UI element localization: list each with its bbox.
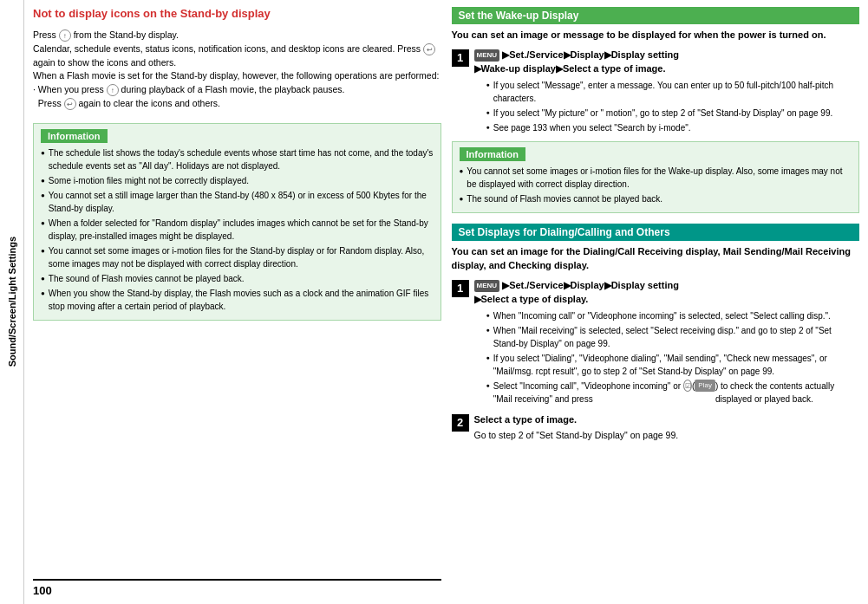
list-item: The sound of Flash movies cannot be play…	[460, 192, 852, 205]
step-dialing-2-subtext: Go to step 2 of "Set Stand-by Display" o…	[474, 429, 860, 443]
step-number-1: 1	[452, 49, 469, 67]
list-item: You cannot set some images or i-motion f…	[41, 244, 434, 270]
list-item: You cannot set a still image larger than…	[41, 189, 434, 215]
wakeup-path: Wake-up display	[481, 63, 556, 74]
list-item: When a folder selected for "Random displ…	[41, 217, 434, 243]
right-column: Set the Wake-up Display You can set an i…	[452, 7, 860, 597]
section-wakeup-intro: You can set an image or message to be di…	[452, 28, 860, 42]
step-number-d2: 2	[452, 414, 469, 432]
sidebar: Sound/Screen/Light Settings	[0, 0, 24, 604]
step-dialing-2: 2 Select a type of image. Go to step 2 o…	[452, 412, 860, 446]
display-setting-label: Display	[571, 49, 604, 60]
press-icon-1: ↑	[59, 29, 71, 42]
left-section-title: Not to display icons on the Stand-by dis…	[33, 7, 441, 20]
play-badge: Play	[695, 380, 715, 392]
section-dialing-intro: You can set an image for the Dialing/Cal…	[452, 244, 860, 273]
dialing-display-setting: Display setting	[611, 280, 679, 290]
press-icon-4: ↩	[64, 98, 76, 110]
right-info-box-1: Information You cannot set some images o…	[452, 141, 860, 213]
step-wakeup-1-content: MENU ▶Set./Service▶Display▶Display setti…	[474, 48, 860, 136]
list-item: Some i-motion files might not be correct…	[41, 174, 434, 187]
list-item: When "Incoming call" or "Videophone inco…	[474, 309, 860, 322]
list-item: If you select "Message", enter a message…	[474, 79, 860, 105]
list-item: If you select "Dialing", "Videophone dia…	[474, 352, 860, 378]
step-dialing-1-instruction: MENU ▶Set./Service▶Display▶Display setti…	[474, 278, 860, 307]
list-item: If you select "My picture" or " motion",…	[474, 107, 860, 120]
list-item: When you show the Stand-by display, the …	[41, 287, 434, 313]
display-setting-link: Display setting	[611, 49, 679, 60]
list-item: See page 193 when you select "Search by …	[474, 121, 860, 134]
left-info-header: Information	[41, 129, 108, 143]
right-info-content-1: You cannot set some images or i-motion f…	[460, 165, 852, 205]
check-icon: ☑	[683, 380, 692, 392]
step-path-part: Set./Service	[509, 49, 563, 60]
left-intro-text: Press ↑ from the Stand-by display. Calen…	[33, 29, 441, 111]
section-wakeup-title: Set the Wake-up Display	[452, 7, 860, 24]
section-wakeup: Set the Wake-up Display You can set an i…	[452, 7, 860, 217]
section-dialing: Set Displays for Dialing/Calling and Oth…	[452, 224, 860, 451]
step-dialing-2-content: Select a type of image. Go to step 2 of …	[474, 412, 860, 446]
left-info-content: The schedule list shows the today's sche…	[41, 146, 434, 313]
step-dialing-2-instruction: Select a type of image.	[474, 412, 860, 427]
sidebar-label: Sound/Screen/Light Settings	[7, 237, 17, 367]
step-dialing-1: 1 MENU ▶Set./Service▶Display▶Display set…	[452, 278, 860, 407]
dialing-set-service: Set./Service	[509, 280, 563, 290]
step-number-d1: 1	[452, 280, 469, 297]
menu-icon-2: MENU	[474, 280, 500, 292]
dialing-display: Display	[571, 280, 604, 290]
step-wakeup-1-instruction: MENU ▶Set./Service▶Display▶Display setti…	[474, 48, 860, 76]
dialing-select-type: Select a type of display.	[481, 294, 589, 304]
step-wakeup-1: 1 MENU ▶Set./Service▶Display▶Display set…	[452, 48, 860, 136]
page-number: 100	[33, 579, 441, 597]
press-icon-2: ↩	[423, 43, 435, 55]
list-item: The schedule list shows the today's sche…	[41, 146, 434, 172]
left-column: Not to display icons on the Stand-by dis…	[33, 7, 441, 597]
list-item: The sound of Flash movies cannot be play…	[41, 272, 434, 285]
list-item: You cannot set some images or i-motion f…	[460, 165, 852, 191]
press-icon-3: ↑	[107, 84, 119, 96]
right-info-header-1: Information	[460, 147, 526, 161]
list-item: Select "Incoming call", "Videophone inco…	[474, 380, 860, 406]
select-type-label: Select a type of image.	[563, 63, 666, 74]
section-dialing-title: Set Displays for Dialing/Calling and Oth…	[452, 224, 860, 241]
menu-icon-1: MENU	[474, 49, 500, 62]
step-dialing-1-content: MENU ▶Set./Service▶Display▶Display setti…	[474, 278, 860, 407]
left-info-box: Information The schedule list shows the …	[33, 123, 441, 321]
list-item: When "Mail receiving" is selected, selec…	[474, 324, 860, 350]
